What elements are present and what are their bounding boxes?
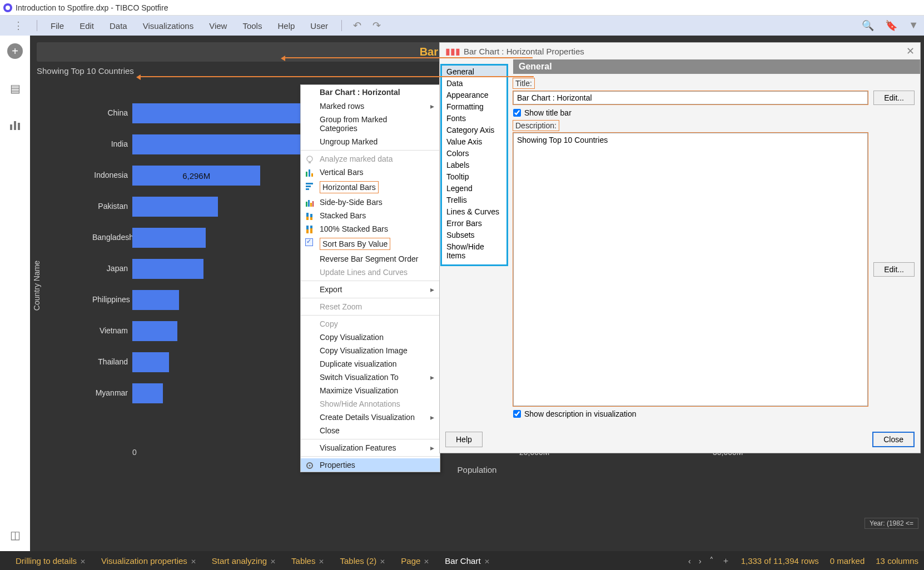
svg-rect-2 [18, 123, 20, 130]
context-menu-item[interactable]: Duplicate visualization [301, 357, 440, 371]
show-titlebar-checkbox[interactable]: Show title bar [513, 108, 915, 117]
context-menu-item[interactable]: Visualization Features [301, 441, 440, 454]
properties-category-item[interactable]: Fonts [442, 112, 506, 124]
properties-category-item[interactable]: Error Bars [442, 217, 506, 229]
context-menu-item[interactable]: Ungroup Marked [301, 135, 440, 148]
context-menu-item[interactable]: Vertical Bars [301, 166, 440, 179]
page-tab[interactable]: Drilling to details✕ [0, 556, 93, 566]
menu-file[interactable]: File [43, 21, 72, 31]
help-button[interactable]: Help [445, 432, 483, 447]
bar-rect[interactable] [132, 383, 163, 403]
bar-rect[interactable]: 6,296M [132, 166, 260, 186]
properties-category-item[interactable]: Lines & Curves [442, 206, 506, 217]
bar-rect[interactable] [132, 352, 169, 372]
properties-category-item[interactable]: Tooltip [442, 171, 506, 182]
properties-category-item[interactable]: Data [442, 77, 506, 89]
bar-rect[interactable] [132, 259, 203, 279]
context-menu-item[interactable]: Copy Visualization [301, 331, 440, 344]
properties-category-item[interactable]: Formatting [442, 101, 506, 112]
filter-icon[interactable]: ▼ [908, 19, 918, 32]
menu-help[interactable]: Help [270, 21, 302, 31]
bar-rect[interactable] [132, 197, 218, 217]
description-textarea[interactable]: Showing Top 10 Countries [513, 133, 868, 406]
bar-rect[interactable] [132, 321, 177, 341]
show-titlebar-input[interactable] [513, 109, 521, 117]
menu-tools[interactable]: Tools [235, 21, 270, 31]
barchart-icon[interactable] [8, 118, 22, 132]
context-menu-item[interactable]: Maximize Visualization [301, 384, 440, 397]
page-tab[interactable]: Tables (2)✕ [332, 556, 393, 566]
menu-visualizations[interactable]: Visualizations [135, 21, 201, 31]
context-menu-item-label: Copy Visualization Image [320, 346, 408, 355]
context-menu-item[interactable]: Create Details Visualization [301, 411, 440, 424]
undo-icon[interactable]: ↶ [347, 19, 367, 32]
context-menu-item[interactable]: 100% Stacked Bars [301, 222, 440, 236]
close-icon[interactable]: ✕ [906, 45, 915, 57]
context-menu-item[interactable]: Stacked Bars [301, 209, 440, 222]
properties-category-item[interactable]: Appearance [442, 89, 506, 101]
edit-description-button[interactable]: Edit... [873, 262, 915, 277]
layout-icon[interactable]: ◫ [8, 528, 22, 542]
context-menu-item[interactable]: Copy Visualization Image [301, 344, 440, 357]
tab-up-icon[interactable]: ˄ [709, 556, 714, 566]
menu-user[interactable]: User [302, 21, 336, 31]
context-menu-item-label: Copy [320, 319, 338, 328]
bar-rect[interactable] [132, 228, 206, 248]
context-menu-item[interactable]: Switch Visualization To [301, 371, 440, 384]
edit-title-button[interactable]: Edit... [873, 91, 915, 105]
properties-category-item[interactable]: Trellis [442, 194, 506, 206]
context-menu-item[interactable]: Horizontal Bars [301, 179, 440, 196]
context-menu-item[interactable]: Sort Bars By Value [301, 236, 440, 252]
bar-rect[interactable] [132, 290, 179, 310]
properties-category-item[interactable]: Show/Hide Items [442, 241, 506, 261]
add-icon[interactable]: + [7, 43, 23, 59]
properties-category-item[interactable]: Category Axis [442, 124, 506, 136]
tab-close-icon[interactable]: ✕ [319, 558, 324, 566]
properties-category-item[interactable]: Colors [442, 147, 506, 159]
context-menu-item[interactable]: Close [301, 424, 440, 437]
page-tab[interactable]: Tables✕ [284, 556, 332, 566]
context-menu-item[interactable]: Group from Marked Categories [301, 113, 440, 135]
page-tab[interactable]: Visualization properties✕ [93, 556, 204, 566]
properties-category-item[interactable]: Value Axis [442, 136, 506, 147]
tab-close-icon[interactable]: ✕ [484, 558, 490, 566]
close-button[interactable]: Close [872, 432, 915, 447]
context-menu-item-label: Properties [320, 461, 355, 469]
kebab-icon[interactable]: ⋮ [6, 19, 31, 32]
context-menu-item[interactable]: Reverse Bar Segment Order [301, 252, 440, 266]
year-filter-box[interactable]: Year: (1982 <= [865, 518, 918, 529]
properties-category-item[interactable]: Labels [442, 159, 506, 171]
tab-close-icon[interactable]: ✕ [80, 558, 86, 566]
context-menu-item[interactable]: Properties [301, 458, 440, 472]
search-icon[interactable]: 🔍 [862, 19, 874, 32]
context-menu-item[interactable]: Side-by-Side Bars [301, 196, 440, 209]
tab-prev-icon[interactable]: ‹ [688, 556, 691, 566]
context-menu-item-label: Maximize Visualization [320, 386, 398, 395]
page-icon[interactable]: ▤ [8, 81, 22, 96]
context-menu-item[interactable]: Marked rows [301, 99, 440, 113]
menu-edit[interactable]: Edit [72, 21, 102, 31]
menu-view[interactable]: View [201, 21, 235, 31]
page-tab[interactable]: Page✕ [393, 556, 437, 566]
redo-icon[interactable]: ↷ [367, 19, 386, 32]
tab-close-icon[interactable]: ✕ [424, 558, 429, 566]
tab-next-icon[interactable]: › [699, 556, 702, 566]
tab-close-icon[interactable]: ✕ [270, 558, 276, 566]
menu-data[interactable]: Data [102, 21, 135, 31]
page-tab[interactable]: Start analyzing✕ [204, 556, 284, 566]
show-description-checkbox[interactable]: Show description in visualization [513, 409, 915, 418]
tab-add-icon[interactable]: ＋ [722, 556, 730, 566]
bar-category-label: Indonesia [92, 171, 132, 179]
title-input[interactable] [513, 91, 868, 104]
properties-category-item[interactable]: Legend [442, 182, 506, 194]
context-menu-item-label: Create Details Visualization [320, 413, 415, 422]
show-description-input[interactable] [513, 410, 521, 418]
properties-category-item[interactable]: General [442, 66, 506, 77]
tab-close-icon[interactable]: ✕ [191, 558, 196, 566]
properties-category-item[interactable]: Subsets [442, 229, 506, 241]
context-menu-item[interactable]: Export [301, 283, 440, 296]
context-menu-item-label: Horizontal Bars [320, 181, 379, 193]
tab-close-icon[interactable]: ✕ [380, 558, 385, 566]
bookmark-icon[interactable]: 🔖 [885, 19, 897, 32]
page-tab[interactable]: Bar Chart✕ [437, 556, 497, 566]
